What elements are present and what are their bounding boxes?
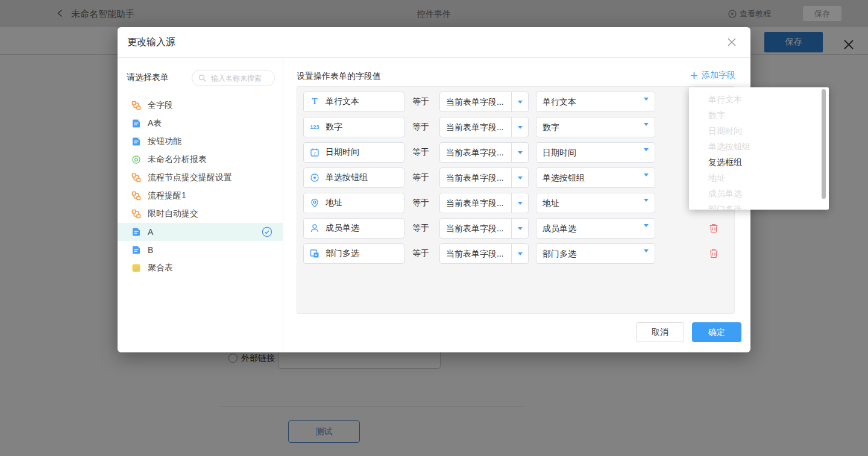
source-field-select[interactable]: 当前表单字段... [439, 117, 529, 137]
operator-label: 等于 [412, 172, 432, 183]
field-rows-panel: T单行文本等于当前表单字段...单行文本123数字等于当前表单字段...数字7日… [297, 86, 735, 314]
chevron-down-icon [644, 176, 649, 187]
form-name: 聚合表 [148, 263, 173, 273]
chevron-down-icon [644, 202, 649, 213]
chevron-down-icon [644, 252, 649, 263]
form-icon [131, 119, 141, 128]
department-field-icon [309, 248, 320, 259]
datetime-field-icon: 7 [309, 147, 320, 158]
svg-text:7: 7 [313, 151, 316, 156]
source-field-select[interactable]: 当前表单字段... [439, 218, 529, 239]
operator-label: 等于 [412, 96, 432, 107]
field-name-box[interactable]: 地址 [303, 193, 404, 213]
delete-row-icon[interactable] [708, 223, 719, 234]
chevron-down-icon [511, 143, 528, 162]
field-mapping-row-4: 单选按钮组等于当前表单字段...单选按钮组 [297, 167, 734, 188]
operator-label: 等于 [412, 122, 432, 133]
chevron-down-icon [511, 117, 528, 137]
add-field-option-5[interactable]: 复选框组 [689, 154, 829, 170]
form-icon [131, 227, 141, 237]
value-field-select[interactable]: 单行文本 [536, 92, 655, 112]
source-field-select[interactable]: 当前表单字段... [439, 167, 529, 188]
field-mapping-row-6: 成员单选等于当前表单字段...成员单选 [297, 218, 734, 239]
form-name: 流程提醒1 [148, 190, 186, 201]
field-name-box[interactable]: T单行文本 [303, 92, 404, 112]
report-icon [131, 155, 141, 164]
delete-row-icon[interactable] [708, 248, 719, 259]
field-name-box[interactable]: 7日期时间 [303, 142, 404, 163]
value-field-select[interactable]: 日期时间 [536, 142, 655, 163]
workflow-icon [131, 209, 141, 219]
chevron-down-icon [511, 193, 528, 213]
field-mapping-row-1: T单行文本等于当前表单字段...单行文本 [297, 92, 734, 112]
source-field-select[interactable]: 当前表单字段... [439, 142, 529, 163]
chevron-down-icon [644, 101, 649, 111]
sidebar-item-8[interactable]: A [118, 223, 283, 241]
aggregate-icon [131, 263, 141, 273]
sidebar-item-5[interactable]: 流程节点提交提醒设置 [118, 169, 283, 187]
value-field-select[interactable]: 地址 [536, 193, 655, 213]
change-input-source-modal: 更改输入源 请选择表单 全字段A表按钮功能未命名分析报表流程节点提交提醒设置流程… [118, 27, 750, 352]
form-name: 未命名分析报表 [148, 154, 207, 165]
form-name: B [148, 245, 153, 255]
operator-label: 等于 [412, 248, 432, 259]
sidebar-header: 请选择表单 [118, 58, 283, 96]
operator-label: 等于 [412, 147, 432, 158]
sidebar-item-1[interactable]: 全字段 [118, 96, 283, 114]
search-input[interactable] [192, 70, 275, 86]
search-field[interactable] [210, 73, 272, 83]
cancel-button[interactable]: 取消 [636, 322, 684, 342]
add-field-button[interactable]: 添加字段 [690, 70, 735, 81]
form-icon [131, 137, 141, 146]
modal-close-icon[interactable] [726, 37, 737, 48]
form-name: A表 [148, 118, 162, 129]
form-list: 全字段A表按钮功能未命名分析报表流程节点提交提醒设置流程提醒1限时自动提交AB聚… [118, 96, 283, 277]
number-field-icon: 123 [309, 122, 320, 133]
add-field-option-8: 部门多选 [689, 201, 829, 210]
sidebar-item-4[interactable]: 未命名分析报表 [118, 151, 283, 169]
form-icon [131, 245, 141, 255]
sidebar-item-2[interactable]: A表 [118, 114, 283, 133]
confirm-button[interactable]: 确定 [692, 322, 741, 342]
add-field-option-3: 日期时间 [689, 123, 829, 139]
radio-field-icon [309, 172, 320, 183]
plus-icon [690, 72, 698, 80]
value-field-select[interactable]: 部门多选 [536, 243, 655, 264]
sidebar-item-10[interactable]: 聚合表 [118, 259, 283, 277]
workflow-icon [131, 101, 141, 110]
sidebar-item-7[interactable]: 限时自动提交 [118, 205, 283, 223]
field-name-box[interactable]: 123数字 [303, 117, 404, 137]
source-field-select[interactable]: 当前表单字段... [439, 243, 529, 264]
add-field-option-2: 数字 [689, 107, 829, 123]
value-field-select[interactable]: 数字 [536, 117, 655, 137]
modal-title: 更改输入源 [127, 36, 175, 49]
chevron-down-icon [644, 126, 649, 137]
modal-header: 更改输入源 [118, 27, 750, 58]
source-field-select[interactable]: 当前表单字段... [439, 92, 529, 112]
workflow-icon [131, 173, 141, 183]
form-name: 全字段 [148, 100, 173, 111]
value-field-select[interactable]: 成员单选 [536, 218, 655, 239]
value-field-select[interactable]: 单选按钮组 [536, 167, 655, 188]
add-field-dropdown: 单行文本数字日期时间单选按钮组复选框组地址成员单选部门多选 [689, 87, 829, 210]
chevron-down-icon [644, 151, 649, 162]
form-name: 按钮功能 [148, 136, 181, 147]
chevron-down-icon [644, 227, 649, 238]
sidebar-item-9[interactable]: B [118, 241, 283, 259]
sidebar-item-3[interactable]: 按钮功能 [118, 133, 283, 151]
form-name: A [148, 227, 153, 237]
add-field-option-6: 地址 [689, 170, 829, 186]
member-field-icon [309, 223, 320, 234]
source-field-select[interactable]: 当前表单字段... [439, 193, 529, 213]
chevron-down-icon [511, 92, 528, 111]
operator-label: 等于 [412, 223, 432, 234]
form-select-sidebar: 请选择表单 全字段A表按钮功能未命名分析报表流程节点提交提醒设置流程提醒1限时自… [118, 58, 283, 352]
field-name-box[interactable]: 部门多选 [303, 243, 404, 264]
select-form-label: 请选择表单 [127, 72, 169, 83]
chevron-down-icon [511, 244, 528, 263]
field-name-box[interactable]: 单选按钮组 [303, 167, 404, 188]
sidebar-item-6[interactable]: 流程提醒1 [118, 187, 283, 205]
dropdown-scrollbar[interactable] [822, 89, 826, 199]
field-mapping-row-2: 123数字等于当前表单字段...数字 [297, 117, 734, 137]
field-name-box[interactable]: 成员单选 [303, 218, 404, 239]
